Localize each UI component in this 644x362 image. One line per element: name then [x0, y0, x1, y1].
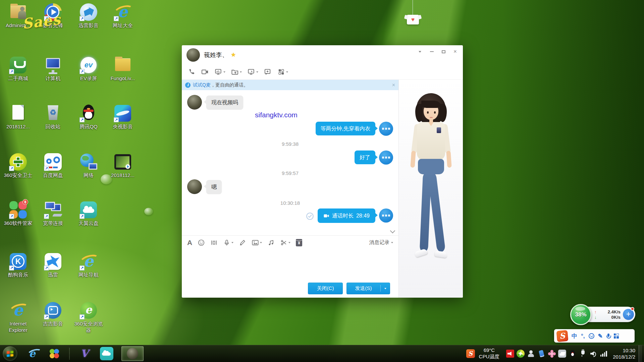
screenshot-button[interactable]: [280, 239, 290, 246]
ime-toolbox-button[interactable]: [614, 334, 619, 339]
desktop-icon-kugou-music[interactable]: K↗ 酷狗音乐: [2, 252, 34, 278]
desktop-icon-yangshi-yingyin[interactable]: ↗ 央视影音: [107, 104, 139, 130]
ime-voice-button[interactable]: [606, 334, 610, 339]
ime-punctuation-button[interactable]: °,: [581, 333, 585, 339]
tray-360-icon[interactable]: [517, 350, 525, 358]
scroll-down-chevron-icon[interactable]: [390, 228, 395, 234]
window-shake-button[interactable]: [210, 239, 218, 246]
peer-avatar[interactable]: [186, 48, 200, 62]
desktop-icon-tianyi-yunpan[interactable]: ↗ 天翼云盘: [72, 200, 105, 227]
call-duration-bubble[interactable]: 通话时长 28:49: [318, 208, 375, 223]
desktop-icon-wangzhi-daohang[interactable]: e↗ 网址导航: [72, 252, 105, 278]
voice-call-button[interactable]: [188, 68, 196, 76]
cctv-video-icon: ↗: [113, 104, 132, 123]
peer-message-avatar[interactable]: [187, 95, 202, 110]
message-input[interactable]: [182, 249, 398, 279]
app-grid-button[interactable]: [277, 68, 288, 76]
360-speed-widget[interactable]: ↑2.4K/s ↓0K/s + 38%: [570, 303, 637, 327]
desktop-icon-baidu-wangpan[interactable]: ↗ 百度网盘: [37, 153, 69, 179]
tray-network-signal-icon[interactable]: [600, 350, 608, 358]
send-button[interactable]: 发送(S): [346, 283, 390, 294]
360-safety-icon: ↗: [9, 153, 28, 171]
send-file-button[interactable]: [231, 68, 242, 76]
message-history-button[interactable]: 消息记录: [369, 239, 393, 246]
qq-show-panel[interactable]: [398, 80, 463, 298]
desktop-icon-ershou-shangcheng[interactable]: ↗ 二手商城: [2, 56, 34, 82]
tshirt-icon: ♥: [407, 15, 419, 24]
send-image-button[interactable]: [252, 239, 262, 246]
video-call-button[interactable]: [201, 68, 209, 76]
desktop-icon-fungoliv[interactable]: FungoLiv...: [107, 56, 139, 82]
tray-audio-app-icon[interactable]: [506, 350, 514, 358]
desktop-icon-computer[interactable]: 计算机: [37, 56, 69, 82]
window-titlebar[interactable]: 莪姓李、 ★ ×: [182, 45, 463, 64]
desktop-icon-tencent-qq[interactable]: ↗ 腾讯QQ: [72, 104, 105, 130]
self-message-avatar[interactable]: [379, 208, 393, 223]
close-window-button[interactable]: ×: [451, 48, 460, 55]
cpu-temperature: 69°C CPU温度: [479, 347, 500, 360]
memory-ball[interactable]: 38%: [570, 304, 591, 325]
desktop-icon-internet-explorer[interactable]: e Internet Explorer: [2, 301, 34, 334]
screen-demo-button[interactable]: [215, 68, 225, 76]
send-options-caret[interactable]: [381, 287, 390, 290]
notice-close-icon[interactable]: ×: [392, 82, 395, 88]
tray-power-plug-icon[interactable]: [579, 350, 587, 358]
tray-cloud-icon[interactable]: [558, 350, 566, 358]
taskbar-internet-explorer[interactable]: e: [25, 346, 40, 361]
xunlei-bird-icon: ↗: [44, 252, 62, 271]
desktop-icon-document-2018112[interactable]: 2018112...: [2, 104, 34, 130]
ime-emoji-button[interactable]: [589, 333, 594, 339]
window-skin-caret[interactable]: [416, 48, 424, 55]
message-area[interactable]: 现在视频吗 sifangktv.com 等两分钟,先穿着内衣 9:59:38 好…: [182, 90, 398, 235]
alert-dot: [631, 307, 634, 311]
minimize-button[interactable]: [427, 48, 436, 55]
taskbar-active-qq-chat[interactable]: [121, 346, 144, 361]
sogou-ime-bar[interactable]: S 中 °, ✎: [554, 329, 635, 343]
desktop-icon-xunlei-yingyin[interactable]: ↗ 迅雷影音: [72, 3, 105, 29]
download-speed: 0K/s: [611, 315, 621, 320]
desktop-icon-360-weishi[interactable]: ↗ 360安全卫士: [2, 153, 34, 179]
ime-language-button[interactable]: 中: [572, 333, 577, 339]
favorite-star-icon[interactable]: ★: [231, 51, 236, 58]
desktop-icon-jiji-yingyin[interactable]: ↗ 吉吉影音: [37, 301, 69, 327]
emoji-button[interactable]: [198, 239, 205, 246]
close-chat-button[interactable]: 关闭(C): [308, 283, 343, 294]
self-message-avatar[interactable]: [379, 150, 393, 165]
tray-volume-icon[interactable]: [589, 350, 597, 358]
desktop-icon-recycle-bin[interactable]: ♻ 回收站: [37, 104, 69, 130]
desktop-icon-ev-luping[interactable]: ev↗ EV录屏: [72, 56, 105, 82]
tray-phone-icon[interactable]: [537, 350, 545, 358]
create-group-button[interactable]: [264, 68, 272, 76]
red-packet-button[interactable]: ¥: [296, 239, 302, 246]
show-desktop-button[interactable]: [639, 345, 642, 362]
peer-message-avatar[interactable]: [187, 179, 202, 194]
remote-assist-button[interactable]: [248, 68, 258, 76]
tray-flower-icon[interactable]: [548, 350, 556, 358]
music-share-button[interactable]: [267, 239, 275, 246]
desktop-icon-wangzhi-daquan[interactable]: e↗ 网址大全: [107, 3, 139, 29]
font-button[interactable]: A: [187, 239, 192, 246]
taskbar-sogou-browser[interactable]: [47, 346, 62, 361]
start-button[interactable]: [3, 346, 17, 361]
maximize-button[interactable]: [439, 48, 448, 55]
ime-handwrite-button[interactable]: ✎: [598, 333, 603, 339]
desktop-icon-video-2018112[interactable]: 2018112...: [107, 153, 139, 179]
taskbar-tianyi-cloud[interactable]: [99, 346, 114, 361]
tray-sogou-icon[interactable]: S: [466, 349, 475, 358]
handwriting-button[interactable]: [239, 239, 246, 246]
voice-message-button[interactable]: [223, 239, 233, 246]
desktop-icon-360-ruanjian-guanjia[interactable]: 8↗ 360软件管家: [2, 200, 34, 227]
tray-qq-icon[interactable]: [569, 350, 577, 358]
sogou-logo-icon[interactable]: S: [556, 330, 569, 342]
desktop-icon-xunlei[interactable]: ↗ 迅雷: [37, 252, 69, 278]
upload-arrow-icon: ↑: [594, 309, 599, 314]
desktop-icon-360-browser[interactable]: e↗ 360安全浏览器: [72, 301, 105, 334]
taskbar-purple-v-app[interactable]: V: [77, 346, 92, 361]
taskbar-clock[interactable]: 10:30 2018/12/2: [613, 347, 635, 360]
self-message-avatar[interactable]: [379, 122, 393, 136]
qmai-link[interactable]: 试试Q麦: [193, 82, 211, 88]
desktop-icon-network[interactable]: 网络: [72, 153, 105, 179]
tray-contact-icon[interactable]: [527, 350, 535, 358]
desktop-icon-kuandai-lianjie[interactable]: ↗ 宽带连接: [37, 200, 69, 227]
taskbar: e V S 69°C CPU温度 10:30 2018/12/2: [0, 345, 644, 362]
